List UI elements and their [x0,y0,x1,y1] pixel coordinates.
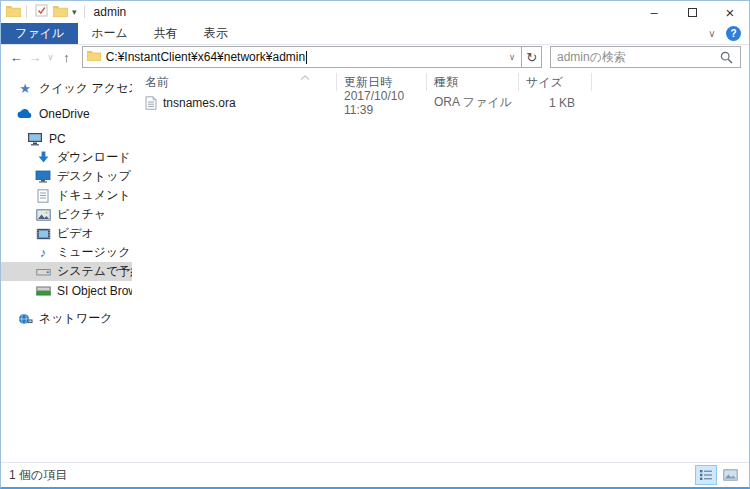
sidebar-item-music[interactable]: ♪ ミュージック [1,243,132,262]
network-icon [17,311,33,327]
sidebar-item-documents[interactable]: ドキュメント [1,186,132,205]
tab-file[interactable]: ファイル [1,23,78,44]
sidebar-item-system-reserved[interactable]: システムで予約済み (C [1,262,132,281]
navigation-toolbar: ← → ∨ ↑ C:¥InstantClient¥x64¥network¥adm… [1,45,749,69]
search-box [550,46,741,68]
column-header-size[interactable]: サイズ [519,73,592,91]
qat-properties-check-icon[interactable] [35,4,48,20]
file-name: tnsnames.ora [163,96,236,110]
column-header-type[interactable]: 種類 [427,73,519,91]
back-button[interactable]: ← [7,50,26,65]
navigation-pane: ★ クイック アクセス OneDrive PC ダウンロード [1,69,132,462]
minimize-button[interactable]: – [635,1,673,23]
videos-icon [35,226,51,242]
address-folder-icon [87,50,101,64]
pc-icon [27,131,43,147]
file-size: 1 KB [519,96,592,110]
up-button[interactable]: ↑ [57,50,76,65]
sidebar-item-si-object-browser[interactable]: SI Object Browser (¥ [1,281,132,300]
close-button[interactable]: × [711,1,749,23]
sidebar-item-label: ネットワーク [39,310,112,327]
file-document-icon [145,96,157,110]
recent-locations-chevron-icon[interactable]: ∨ [44,52,57,62]
main-area: ★ クイック アクセス OneDrive PC ダウンロード [1,69,749,462]
file-row-tnsnames[interactable]: tnsnames.ora 2017/10/10 11:39 ORA ファイル 1… [132,93,749,112]
sidebar-item-network[interactable]: ネットワーク [1,309,132,328]
column-headers: 名前 更新日時 種類 サイズ [132,71,749,93]
thumbnails-view-button[interactable] [719,465,741,485]
ribbon-tab-bar: ファイル ホーム 共有 表示 ∨ ? [1,23,749,45]
maximize-icon [688,8,697,17]
sidebar-item-label: クイック アクセス [39,80,132,97]
search-icon[interactable] [718,51,740,64]
sidebar-item-pc[interactable]: PC [1,129,132,148]
desktop-icon [35,169,51,185]
onedrive-cloud-icon [17,106,33,122]
tab-home[interactable]: ホーム [78,23,141,44]
item-count-text: 1 個の項目 [9,467,67,484]
qat-new-folder-icon[interactable] [53,5,68,20]
tab-view[interactable]: 表示 [191,23,241,44]
refresh-button[interactable]: ↻ [522,46,542,68]
sidebar-item-label: ドキュメント [57,187,131,204]
app-folder-icon [6,5,21,20]
sidebar-item-downloads[interactable]: ダウンロード [1,148,132,167]
si-object-browser-drive-icon [35,283,51,299]
status-bar: 1 個の項目 [1,462,749,487]
quick-access-star-icon: ★ [17,81,33,97]
sidebar-item-label: PC [49,132,66,146]
sidebar-item-label: SI Object Browser (¥ [57,284,132,298]
help-icon[interactable]: ? [726,26,741,41]
download-arrow-icon [35,150,51,166]
titlebar: ▾ admin – × [1,1,749,23]
sidebar-item-label: ピクチャ [57,206,106,223]
tab-share[interactable]: 共有 [141,23,191,44]
sidebar-item-quick-access[interactable]: ★ クイック アクセス [1,79,132,98]
sidebar-item-videos[interactable]: ビデオ [1,224,132,243]
sidebar-item-label: ダウンロード [57,149,130,166]
sidebar-item-label: OneDrive [39,107,90,121]
file-type: ORA ファイル [427,94,519,111]
sidebar-item-pictures[interactable]: ピクチャ [1,205,132,224]
qat-customize-chevron-icon[interactable]: ▾ [72,7,77,17]
file-list-pane: 名前 更新日時 種類 サイズ tnsnames.ora 2017/10/10 1… [132,69,749,462]
address-dropdown-chevron-icon[interactable]: ∨ [507,52,518,62]
sidebar-item-desktop[interactable]: デスクトップ [1,167,132,186]
address-path-text: C:¥InstantClient¥x64¥network¥admin [106,50,305,64]
titlebar-separator [84,6,85,18]
sidebar-item-onedrive[interactable]: OneDrive [1,104,132,123]
forward-button[interactable]: → [26,50,45,65]
explorer-window: ▾ admin – × ファイル ホーム 共有 表示 ∨ ? ← → ∨ ↑ C… [0,0,750,489]
window-title: admin [94,5,127,19]
details-view-button[interactable] [695,465,717,485]
file-modified: 2017/10/10 11:39 [337,89,427,117]
sidebar-item-label: システムで予約済み (C [57,263,132,280]
music-note-icon: ♪ [35,245,51,261]
address-bar[interactable]: C:¥InstantClient¥x64¥network¥admin ∨ [82,46,523,68]
thumbnails-view-icon [723,469,738,481]
sort-ascending-caret-icon [300,69,310,83]
details-view-icon [699,469,713,481]
sidebar-item-label: ビデオ [57,225,94,242]
documents-icon [35,188,51,204]
system-drive-icon [35,264,51,280]
text-caret [306,51,307,64]
pictures-icon [35,207,51,223]
search-input[interactable] [551,50,718,64]
ribbon-collapse-chevron-icon[interactable]: ∨ [700,23,724,44]
sidebar-item-label: ミュージック [57,244,130,261]
maximize-button[interactable] [673,1,711,23]
sidebar-item-label: デスクトップ [57,168,131,185]
titlebar-separator [26,6,27,18]
